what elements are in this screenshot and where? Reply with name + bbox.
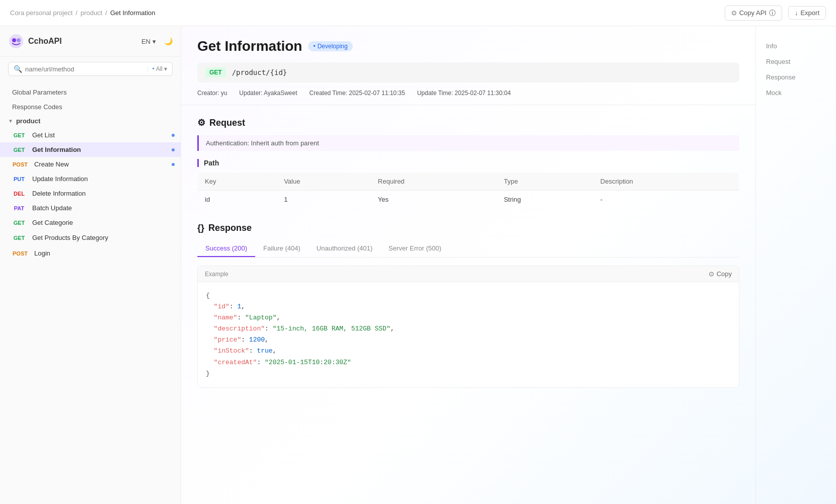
api-item-get-list[interactable]: GET Get List [0,128,181,142]
breadcrumb-project[interactable]: Cora personal project [10,9,72,17]
endpoint-method-badge: GET [205,67,226,77]
method-badge-post: POST [10,161,30,168]
right-nav-response[interactable]: Response [756,69,836,85]
group-arrow-icon: ▼ [8,118,13,124]
cell-type: String [497,191,593,209]
api-item-create-new[interactable]: POST Create New [0,157,181,172]
meta-update-time: Update Time: 2025-02-07 11:30:04 [417,90,511,97]
example-label: Example [205,271,229,278]
search-input[interactable] [25,65,144,73]
example-header: Example ⊙ Copy [198,266,739,282]
chevron-down-icon: ▾ [153,38,156,45]
endpoint-bar: GET /product/{id} [197,62,739,82]
filter-label: All [156,65,163,72]
copy-button[interactable]: ⊙ Copy [709,270,732,278]
lang-selector[interactable]: EN ▾ [141,38,156,45]
svg-point-2 [17,38,21,42]
endpoint-path: /product/{id} [232,68,287,76]
group-label: product [16,117,40,125]
page-title: Get Information [197,38,302,54]
sidebar-header: CchoAPI EN ▾ 🌙 [0,26,181,57]
sidebar-item-global-parameters[interactable]: Global Parameters [0,85,181,100]
meta-creator: Creator: yu [197,90,227,97]
sidebar-nav: Global Parameters Response Codes ▼ produ… [0,81,181,504]
method-badge-del: DEL [10,190,28,197]
meta-updater: Updater: AyakaSweet [239,90,297,97]
api-item-get-information[interactable]: GET Get Information [0,142,181,157]
api-item-label: Create New [34,160,69,168]
api-item-label: Get Categorie [32,219,73,226]
tab-server-error-500[interactable]: Server Error (500) [381,240,449,257]
request-section: ⚙ Request Authentication: Inherit auth f… [197,117,739,209]
request-section-title: ⚙ Request [197,117,739,128]
breadcrumb-current: Get Information [110,9,156,17]
theme-icon[interactable]: 🌙 [164,37,173,45]
copy-api-icon: ⊙ [731,9,737,17]
cell-description: - [593,191,739,209]
method-badge-get: GET [10,132,28,139]
filter-button[interactable]: • All ▾ [147,65,167,72]
breadcrumb-section[interactable]: product [81,9,102,17]
api-item-label: Batch Update [32,204,72,212]
api-item-get-categorie[interactable]: GET Get Categorie [0,215,181,230]
tab-success-200[interactable]: Success (200) [197,240,255,257]
path-subsection-title: Path [197,159,739,167]
col-description: Description [593,173,739,191]
code-block: { "id": 1, "name": "Laptop", "descriptio… [198,282,739,387]
method-badge-pat: PAT [10,205,28,212]
method-badge-put: PUT [10,176,28,183]
request-icon: ⚙ [197,117,205,128]
api-item-delete-information[interactable]: DEL Delete Information [0,186,181,201]
sidebar: CchoAPI EN ▾ 🌙 🔍 • All ▾ Global Paramet [0,26,181,504]
api-item-label: Get List [32,131,55,139]
tab-unauthorized-401[interactable]: Unauthorized (401) [309,240,381,257]
response-section: {} Response Success (200) Failure (404) … [197,223,739,388]
sidebar-group-product[interactable]: ▼ product [0,114,181,128]
col-type: Type [497,173,593,191]
api-item-get-products-by-category[interactable]: GET Get Products By Category [0,230,181,246]
api-item-update-information[interactable]: PUT Update Information [0,172,181,186]
status-badge: Developing [308,41,352,51]
meta-created-time: Created Time: 2025-02-07 11:10:35 [310,90,405,97]
breadcrumb: Cora personal project / product / Get In… [10,9,721,17]
sidebar-search: 🔍 • All ▾ [0,57,181,81]
right-nav-request[interactable]: Request [756,54,836,69]
api-item-label: Login [34,249,50,257]
auth-note: Authentication: Inherit auth from parent [197,135,739,151]
method-badge-get: GET [10,219,28,226]
col-key: Key [198,173,277,191]
table-header-row: Key Value Required Type Description [198,173,739,191]
search-icon: 🔍 [14,65,22,73]
tab-failure-404[interactable]: Failure (404) [255,240,309,257]
lang-label: EN [141,38,150,45]
copy-api-button[interactable]: ⊙ Copy API ⓘ [725,6,782,21]
page-title-row: Get Information Developing [197,38,739,54]
status-label: Developing [318,43,348,50]
method-badge-post: POST [10,250,30,257]
right-nav-mock[interactable]: Mock [756,85,836,101]
svg-point-0 [9,34,23,48]
api-item-label: Get Information [32,146,81,153]
api-item-label: Get Products By Category [32,233,108,242]
dot-icon: • [152,65,154,72]
col-value: Value [277,173,371,191]
sidebar-item-response-codes[interactable]: Response Codes [0,100,181,114]
api-item-label: Update Information [32,175,88,183]
svg-point-1 [12,38,16,42]
export-button[interactable]: ↓ Export [788,6,826,20]
meta-row: Creator: yu Updater: AyakaSweet Created … [197,90,739,97]
dot-indicator [172,134,175,137]
dot-indicator [172,163,175,166]
copy-api-info-icon: ⓘ [769,9,776,18]
cell-key: id [198,191,277,209]
filter-chevron-icon: ▾ [164,65,167,72]
right-nav-info[interactable]: Info [756,38,836,54]
right-sidebar: Info Request Response Mock [755,26,836,504]
response-tabs: Success (200) Failure (404) Unauthorized… [197,240,739,258]
cell-required: Yes [371,191,497,209]
breadcrumb-sep2: / [105,9,107,17]
api-item-login[interactable]: POST Login [0,246,181,261]
api-item-batch-update[interactable]: PAT Batch Update [0,201,181,215]
col-required: Required [371,173,497,191]
response-section-title: {} Response [197,223,739,233]
